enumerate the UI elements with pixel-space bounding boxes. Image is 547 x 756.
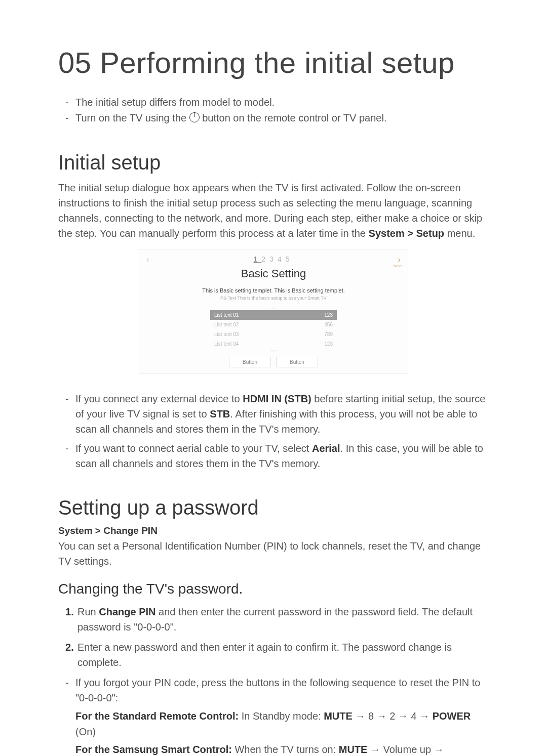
reset-sequence: For the Samsung Smart Control: When the …: [75, 742, 489, 756]
list-label: List text 01: [214, 312, 239, 318]
intro-item: Turn on the TV using the button on the r…: [65, 110, 489, 126]
menu-path: System > Change PIN: [58, 525, 489, 536]
text: button on the remote control or TV panel…: [200, 112, 387, 123]
step-item: Enter a new password and then enter it a…: [65, 640, 489, 670]
step-number: 3: [269, 255, 278, 263]
list-value: 123: [324, 341, 333, 347]
step-number: 1: [254, 255, 262, 263]
list-label: List text 03: [214, 331, 239, 337]
step-number: 2: [261, 255, 269, 263]
note-item: If you want to connect aerial cable to y…: [65, 441, 489, 471]
figure-title: Basic Setting: [139, 267, 408, 280]
chevron-right-icon: ›Next: [398, 255, 401, 265]
chevron-up-icon: ︿: [139, 306, 408, 309]
text: If you connect any external device to: [75, 393, 243, 404]
section-heading: Initial setup: [58, 151, 489, 174]
list-value: 456: [324, 322, 333, 327]
term: Aerial: [312, 443, 340, 454]
text: → Volume up →: [367, 744, 444, 755]
text: menu.: [444, 228, 475, 239]
chevron-left-icon: ‹: [146, 255, 149, 265]
figure-list: List text 01123 List text 02456 List tex…: [210, 310, 337, 349]
step-item: Run Change PIN and then enter the curren…: [65, 604, 489, 635]
setup-dialog-figure: ‹ 12345 ›Next Basic Setting This is Basi…: [139, 249, 408, 374]
sub-notes: If you forgot your PIN code, press the b…: [65, 675, 489, 705]
text: → 8 → 2 → 4 →: [353, 710, 433, 722]
key: MUTE: [339, 744, 368, 755]
intro-item: The initial setup differs from model to …: [65, 95, 489, 110]
steps-list: Run Change PIN and then enter the curren…: [65, 604, 489, 670]
key: MUTE: [324, 710, 353, 722]
note-item: If you connect any external device to HD…: [65, 391, 489, 437]
term: Change PIN: [99, 606, 155, 617]
power-icon: [189, 112, 200, 122]
subsection-heading: Changing the TV's password.: [58, 581, 489, 597]
body-paragraph: The initial setup dialogue box appears w…: [58, 180, 489, 241]
list-item: List text 01123: [210, 310, 337, 320]
figure-button-row: Button Button: [139, 357, 408, 367]
document-page: 05 Performing the initial setup The init…: [0, 0, 547, 756]
text: When the TV turns on:: [232, 744, 339, 755]
list-item: List text 03789: [210, 329, 337, 339]
chevron-down-icon: ﹀: [139, 350, 408, 353]
text: (On): [75, 726, 96, 737]
list-value: 123: [324, 312, 333, 318]
step-number: 5: [286, 255, 294, 263]
term: STB: [210, 408, 230, 419]
body-paragraph: You can set a Personal Identification Nu…: [58, 538, 489, 569]
text: Turn on the TV using the: [75, 112, 189, 123]
section-heading: Setting up a password: [58, 496, 489, 519]
figure-button: Button: [276, 357, 318, 367]
term: HDMI IN (STB): [243, 393, 311, 404]
list-item: List text 02456: [210, 320, 337, 329]
step-number: 4: [278, 255, 286, 263]
text: Run: [77, 606, 99, 617]
key: POWER: [433, 710, 471, 722]
note-item: If you forgot your PIN code, press the b…: [65, 675, 489, 705]
figure-button: Button: [229, 357, 271, 367]
text: If you want to connect aerial cable to y…: [75, 443, 312, 454]
figure-top-bar: ‹ 12345 ›Next: [139, 255, 408, 265]
menu-path: System > Setup: [369, 228, 445, 239]
intro-list: The initial setup differs from model to …: [65, 95, 489, 126]
notes-list: If you connect any external device to HD…: [65, 391, 489, 471]
figure-subtext: R6-Text This is the basic setup to use y…: [139, 296, 408, 301]
chapter-title: 05 Performing the initial setup: [58, 46, 489, 79]
list-label: List text 02: [214, 322, 239, 327]
list-item: List text 04123: [210, 339, 337, 349]
list-label: List text 04: [214, 341, 239, 347]
list-value: 789: [324, 331, 333, 337]
figure-description: This is Basic setting templet. This is B…: [139, 287, 408, 293]
next-label: Next: [394, 264, 402, 268]
reset-sequence: For the Standard Remote Control: In Stan…: [75, 708, 489, 740]
text: In Standby mode:: [239, 710, 324, 722]
step-indicator: 12345: [254, 255, 294, 263]
label: For the Standard Remote Control:: [75, 710, 239, 722]
label: For the Samsung Smart Control:: [75, 744, 232, 755]
